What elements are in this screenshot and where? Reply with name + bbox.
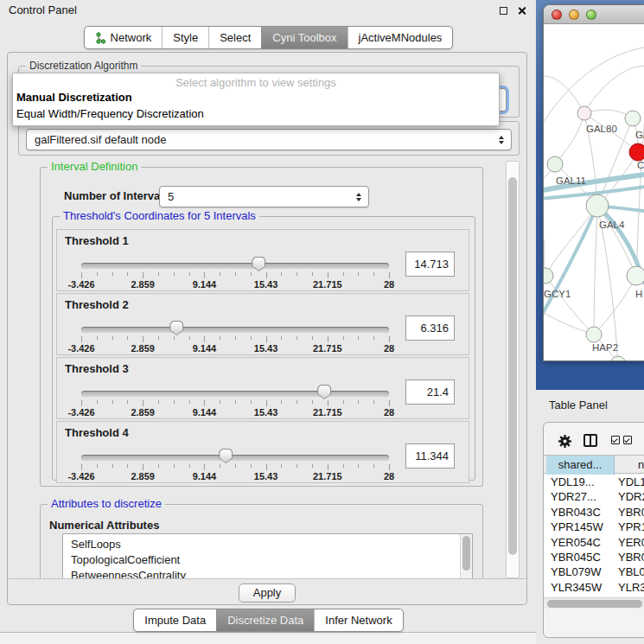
tab-infer-network[interactable]: Infer Network	[314, 609, 402, 631]
slider-tick	[343, 400, 344, 404]
slider-tick	[220, 336, 220, 340]
table-row[interactable]: YDR27...YDR2	[544, 489, 644, 504]
tab-impute-data[interactable]: Impute Data	[134, 609, 216, 631]
threshold-value-field[interactable]: 11.344	[405, 443, 455, 469]
cell-name: YLR3	[618, 581, 644, 594]
table-row[interactable]: YBR043CYBR0	[544, 505, 644, 520]
tick-label: -3.426	[67, 279, 94, 290]
tab-cyni-toolbox[interactable]: Cyni Toolbox	[261, 27, 347, 48]
popup-option[interactable]: Manual Discretization	[13, 89, 499, 105]
table-row[interactable]: YBR045CYBR0	[544, 550, 644, 564]
tab-network[interactable]: Network	[85, 27, 163, 48]
node-label: GAL11	[556, 175, 586, 186]
network-node[interactable]	[544, 268, 553, 284]
table-row[interactable]: YBL079WYBL0	[544, 564, 644, 579]
table-row[interactable]: YDL19...YDL1	[544, 475, 644, 489]
apply-button[interactable]: Apply	[239, 583, 296, 603]
threshold-value-field[interactable]: 6.316	[405, 316, 455, 341]
network-node[interactable]	[610, 356, 626, 361]
table-row[interactable]: YER054CYER0	[544, 535, 644, 550]
gear-icon[interactable]	[558, 434, 572, 449]
tick-label: 28	[384, 343, 394, 354]
tick-label: 21.715	[313, 407, 342, 418]
slider-thumb[interactable]	[317, 385, 331, 399]
tab-select[interactable]: Select	[208, 27, 261, 48]
horizontal-scrollbar[interactable]	[544, 597, 644, 609]
slider-tick	[81, 336, 82, 342]
checkbox-icon[interactable]	[623, 436, 632, 444]
tick-label: 28	[384, 279, 394, 290]
slider-tick	[358, 400, 359, 404]
threshold-value-field[interactable]: 14.713	[405, 252, 455, 277]
network-node[interactable]	[547, 156, 563, 172]
cell-shared-name: YDR27...	[551, 490, 596, 503]
tab-jactivemnodules[interactable]: jActiveMNodules	[348, 27, 453, 48]
attribute-list-item[interactable]: TopologicalCoefficient	[63, 552, 472, 568]
threshold-value-field[interactable]: 21.4	[405, 379, 455, 405]
slider-tick	[204, 464, 205, 470]
tick-label: 2.859	[131, 407, 155, 418]
slider-tick	[189, 272, 190, 276]
tick-label: 21.715	[313, 343, 342, 354]
tick-label: 9.144	[193, 407, 217, 418]
scrollbar-thumb[interactable]	[547, 600, 642, 608]
slider-tick	[266, 272, 267, 278]
network-node[interactable]	[586, 194, 609, 217]
tab-label: Style	[173, 30, 198, 45]
tick-label: 2.859	[131, 471, 155, 481]
network-window-titlebar[interactable]	[544, 5, 644, 24]
float-window-icon[interactable]	[500, 7, 507, 15]
tab-discretize-data[interactable]: Discretize Data	[216, 609, 314, 631]
list-scrollbar[interactable]	[460, 534, 472, 578]
slider-track[interactable]	[81, 455, 389, 461]
slider-tick	[143, 400, 143, 406]
close-icon[interactable]	[517, 6, 526, 16]
slider-tick	[281, 272, 282, 276]
column-header-shared[interactable]: shared...	[546, 456, 615, 475]
number-of-intervals-combobox[interactable]: 5	[159, 186, 369, 207]
mac-close-button[interactable]	[552, 10, 562, 20]
scrollbar-thumb[interactable]	[508, 177, 517, 555]
tab-style[interactable]: Style	[162, 27, 208, 48]
slider-track[interactable]	[81, 391, 389, 397]
mac-minimize-button[interactable]	[569, 10, 579, 20]
split-column-icon[interactable]	[583, 434, 597, 447]
mac-zoom-button[interactable]	[586, 10, 596, 20]
network-node[interactable]	[586, 327, 602, 342]
table-row[interactable]: YPR145WYPR1	[544, 520, 644, 534]
network-edge	[544, 310, 594, 335]
combo-stepper-icon	[499, 136, 504, 144]
slider-tick	[373, 272, 374, 276]
cyni-toolbox-panel: Discretization Algorithm Table Data galF…	[7, 52, 527, 605]
threshold-coordinates-group: Threshold's Coordinates for 5 Intervals …	[52, 216, 475, 481]
tick-label: 9.144	[193, 279, 217, 290]
attribute-list-item[interactable]: BetweennessCentrality	[63, 568, 472, 578]
slider-tick	[220, 272, 220, 276]
slider-tick	[158, 400, 159, 404]
slider-thumb[interactable]	[252, 257, 265, 271]
slider-thumb[interactable]	[219, 449, 233, 463]
slider-track[interactable]	[81, 263, 389, 269]
network-node[interactable]	[625, 111, 641, 126]
numerical-attributes-list[interactable]: SelfLoopsTopologicalCoefficientBetweenne…	[62, 533, 473, 578]
network-canvas[interactable]: GAL80GACGAL11GAL4GCY1HHAP2	[544, 25, 644, 361]
slider-tick	[389, 272, 390, 278]
slider-track[interactable]	[81, 327, 389, 333]
column-header-name[interactable]: n	[615, 456, 644, 475]
network-icon	[95, 32, 106, 44]
vertical-scrollbar[interactable]	[506, 161, 520, 578]
slider-thumb[interactable]	[169, 321, 183, 335]
network-node[interactable]	[577, 106, 591, 120]
window-title: Control Panel	[9, 3, 77, 16]
threshold-label: Threshold 3	[65, 362, 129, 375]
slider-tick	[143, 272, 143, 278]
network-node[interactable]	[629, 143, 644, 161]
cell-shared-name: YBR045C	[551, 551, 601, 564]
slider-tick	[158, 272, 159, 276]
attribute-list-item[interactable]: SelfLoops	[63, 537, 472, 552]
table-row[interactable]: YLR345WYLR3	[544, 580, 644, 595]
table-data-combobox[interactable]: galFiltered.sif default node	[26, 129, 512, 150]
checkbox-icon[interactable]	[611, 436, 620, 444]
popup-option[interactable]: Equal Width/Frequency Discretization	[13, 105, 499, 122]
network-node[interactable]	[627, 266, 644, 285]
